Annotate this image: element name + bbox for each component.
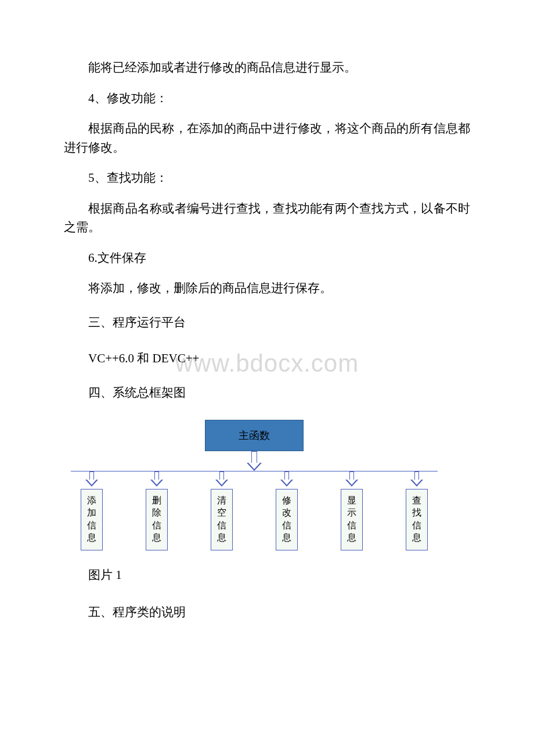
leaf-char: 信 xyxy=(347,519,356,532)
arrow-down-icon xyxy=(410,471,423,488)
diagram-branches: 添 加 信 息 删 除 信 息 清 空 xyxy=(68,471,440,550)
leaf-char: 信 xyxy=(87,519,96,532)
diagram-leaf-show: 显 示 信 息 xyxy=(341,489,363,550)
leaf-char: 找 xyxy=(412,506,421,519)
arrow-down-icon xyxy=(280,471,293,488)
diagram-leaf-search: 查 找 信 息 xyxy=(406,489,428,550)
arrow-down-icon xyxy=(85,471,98,488)
paragraph-search-desc: 根据商品名称或者编号进行查找，查找功能有两个查找方式，以备不时之需。 xyxy=(64,199,470,237)
leaf-char: 信 xyxy=(217,519,226,532)
leaf-char: 删 xyxy=(152,494,161,507)
leaf-char: 信 xyxy=(412,519,421,532)
heading-modify: 4、修改功能： xyxy=(64,89,470,108)
arrow-down-icon xyxy=(345,471,358,488)
heading-filesave: 6.文件保存 xyxy=(64,249,470,268)
leaf-char: 清 xyxy=(217,494,226,507)
diagram-leaf-modify: 修 改 信 息 xyxy=(276,489,298,550)
leaf-char: 示 xyxy=(347,506,356,519)
leaf-char: 查 xyxy=(412,494,421,507)
diagram-leaf-delete: 删 除 信 息 xyxy=(146,489,168,550)
leaf-char: 添 xyxy=(87,494,96,507)
paragraph-modify-desc: 根据商品的民称，在添加的商品中进行修改，将这个商品的所有信息都进行修改。 xyxy=(64,119,470,157)
document-page: 能将已经添加或者进行修改的商品信息进行显示。 4、修改功能： 根据商品的民称，在… xyxy=(0,0,534,674)
leaf-char: 空 xyxy=(217,506,226,519)
section-4-heading: 四、系统总框架图 xyxy=(64,383,470,402)
arrow-down-icon xyxy=(247,451,262,471)
paragraph-display-desc: 能将已经添加或者进行修改的商品信息进行显示。 xyxy=(64,58,470,77)
diagram-leaf-add: 添 加 信 息 xyxy=(81,489,103,550)
diagram-leaf-clear: 清 空 信 息 xyxy=(211,489,233,550)
leaf-char: 显 xyxy=(347,494,356,507)
diagram-branch: 显 示 信 息 xyxy=(334,471,369,550)
leaf-char: 信 xyxy=(152,519,161,532)
diagram-branch: 查 找 信 息 xyxy=(399,471,434,550)
leaf-char: 除 xyxy=(152,506,161,519)
paragraph-platform: VC++6.0 和 DEVC++ xyxy=(64,349,470,368)
diagram-branch: 修 改 信 息 xyxy=(269,471,304,550)
leaf-char: 修 xyxy=(282,494,291,507)
heading-search: 5、查找功能： xyxy=(64,168,470,188)
leaf-char: 息 xyxy=(152,531,161,544)
section-5-heading: 五、程序类的说明 xyxy=(64,603,470,622)
leaf-char: 信 xyxy=(282,519,291,532)
leaf-char: 息 xyxy=(87,531,96,544)
diagram-branch: 删 除 信 息 xyxy=(139,471,174,550)
leaf-char: 息 xyxy=(347,531,356,544)
diagram-branch: 添 加 信 息 xyxy=(74,471,109,550)
arrow-down-icon xyxy=(215,471,228,488)
leaf-char: 息 xyxy=(217,531,226,544)
arrow-down-icon xyxy=(150,471,163,488)
leaf-char: 息 xyxy=(412,531,421,544)
diagram-root-box: 主函数 xyxy=(205,420,304,451)
diagram-branch: 清 空 信 息 xyxy=(204,471,239,550)
leaf-char: 加 xyxy=(87,506,96,519)
architecture-diagram: 主函数 添 加 信 息 删 除 信 息 xyxy=(68,420,440,550)
leaf-char: 改 xyxy=(282,506,291,519)
paragraph-filesave-desc: 将添加，修改，删除后的商品信息进行保存。 xyxy=(64,279,470,298)
figure-caption: 图片 1 xyxy=(64,567,470,583)
leaf-char: 息 xyxy=(282,531,291,544)
section-3-heading: 三、程序运行平台 xyxy=(64,313,470,332)
